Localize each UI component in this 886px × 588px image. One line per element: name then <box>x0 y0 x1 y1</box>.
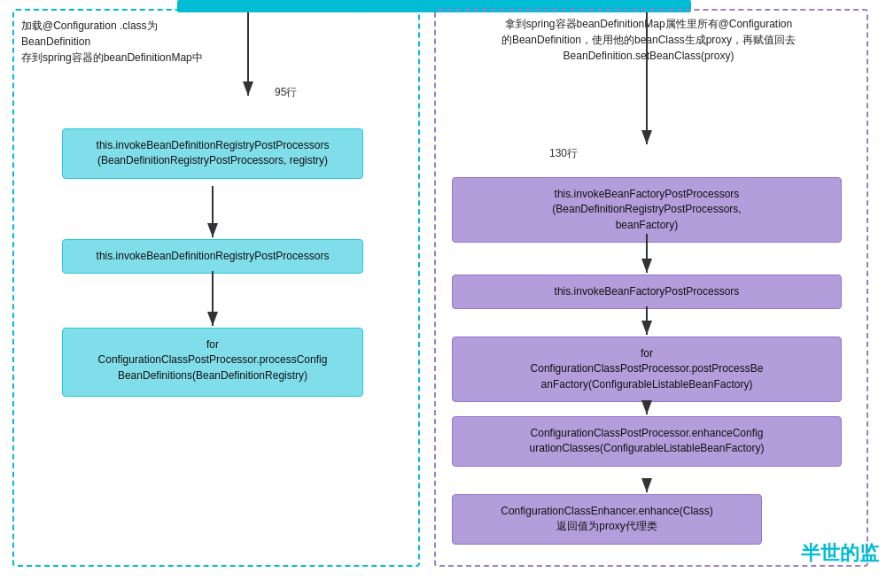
right-box-2: this.invokeBeanFactoryPostProcessors <box>452 275 842 309</box>
right-box-3: for ConfigurationClassPostProcessor.post… <box>452 337 842 402</box>
watermark: 半世的监 <box>801 540 879 567</box>
left-box-3: for ConfigurationClassPostProcessor.proc… <box>62 328 363 397</box>
left-dashed-box <box>12 9 420 567</box>
line-label-130: 130行 <box>549 146 578 161</box>
right-box-5: ConfigurationClassEnhancer.enhance(Class… <box>452 494 762 545</box>
line-label-95: 95行 <box>275 85 297 100</box>
diagram-container: 加载@Configuration .class为BeanDefinition 存… <box>0 0 886 588</box>
left-box-2: this.invokeBeanDefinitionRegistryPostPro… <box>62 239 363 274</box>
right-box-1: this.invokeBeanFactoryPostProcessors (Be… <box>452 177 842 243</box>
left-box-1: this.invokeBeanDefinitionRegistryPostPro… <box>62 128 363 179</box>
left-description: 加载@Configuration .class为BeanDefinition 存… <box>21 18 216 66</box>
right-box-4: ConfigurationClassPostProcessor.enhanceC… <box>452 416 842 467</box>
right-description: 拿到spring容器beanDefinitionMap属性里所有@Configu… <box>445 16 852 64</box>
